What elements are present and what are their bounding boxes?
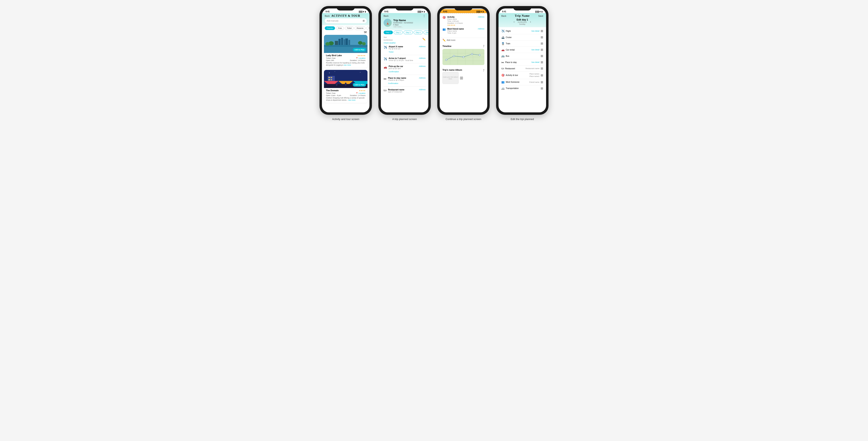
s3-album-add-btn[interactable]: ⊞ [460,75,463,80]
s2-confirm-link-2[interactable]: Confirmation [388,82,398,84]
s2-item-body-3: Pick-up the car pick-up @ 3pm Confirmati… [389,65,417,73]
s4-restaurant-right: Restaurant name ⊞ [526,67,543,70]
s4-bus-name: Bus [506,55,509,57]
chevron-right-icon[interactable]: › [530,20,531,23]
day-tab-3[interactable]: Day 3 [404,31,413,34]
s2-notes[interactable]: Add notes... [393,26,413,28]
filter-tour[interactable]: Tour [367,26,370,30]
add-to-plan-btn-2[interactable]: Add to Plan [353,83,366,87]
s2-item-title-4: Place to stay name [388,77,417,79]
s3-add-more-btn[interactable]: ✏️ Add more [440,38,487,42]
s3-act-body-1: Activity Address Place name Time: 4:00 p… [447,16,485,26]
s2-nav: Back ⋮ [383,14,426,18]
card1-see-more[interactable]: see more [344,64,351,66]
screen3-content: 🎯 Activity Address Place name Time: 4:00… [440,13,487,112]
card2-see-more[interactable]: see more [348,99,355,101]
s2-confirm-link-1[interactable]: Confirmation [389,71,399,73]
filter-ticket[interactable]: Ticket [345,26,354,30]
day-tab-1[interactable]: Day 1 [383,31,393,34]
svg-rect-22 [329,79,330,80]
s2-item-sub-4: Check-in @ 3:30pm [388,79,417,81]
s2-weather-link[interactable]: Check weather [383,42,426,44]
s2-addr-4[interactable]: Address [419,77,426,79]
stay-icon: 🛏 [501,61,504,64]
s3-act-addr-1[interactable]: Address [478,16,485,18]
s4-back-btn[interactable]: Back [501,15,506,17]
s2-day-tabs: Day 1 Day 2 Day 3 Day 4 Day 5 [381,30,428,35]
filter-reserve[interactable]: Reserve [354,26,366,30]
s1-header: Back Activity & Tour Add manualy ⊞ [322,13,370,25]
phone-2: 9:41 ▐▐▐ ⊕ ▮ Back ⋮ 🗼 Trip Name [378,6,431,115]
s2-item-sub-2: Arrive @ 12:30 pm - local time [389,59,417,61]
s3-act-item-2: 👥 Meet friend name Address Place name Ti… [442,28,485,34]
s2-addr-3[interactable]: Address [419,65,426,67]
s1-back-btn[interactable]: Back [325,15,330,17]
phone1-label: Activity and tour screen [332,117,359,121]
s4-transport-right: ⊞ [540,87,543,90]
s4-stay-add[interactable]: ⊞ [540,60,543,64]
s4-meet-add[interactable]: ⊞ [540,80,543,84]
chevron-left-icon[interactable]: ‹ [514,20,515,23]
map-icon[interactable]: 🗺 [322,31,370,35]
notch-3 [454,6,472,10]
activity-icon-1: 🎯 [442,16,446,19]
s4-flight-add[interactable]: ⊞ [540,29,543,33]
phone3-label: Continue a trip planned screen [445,117,481,121]
s2-header: Back ⋮ 🗼 Trip Name 01/05/2022 - 01/10/20… [381,13,428,30]
card2-duration: Duration: 1-4 hours [350,95,366,97]
day-tab-5[interactable]: Day 5 [424,31,428,34]
phone-container-1: 9:41 ▐▐▐ ⊕ ▮ Back Activity & Tour Add ma… [319,6,372,121]
s1-search-row[interactable]: Add manualy ⊞ [325,18,367,23]
restaurant-icon: 🍽 [501,67,504,70]
s3-act-addr-2[interactable]: Address [478,28,485,30]
share-icon-1[interactable]: ⤴ [483,44,485,48]
share-icon-2[interactable]: ⤴ [483,69,485,72]
s2-more-btn[interactable]: ⋮ [423,14,426,18]
s4-stay-detail[interactable]: See detail [531,61,539,63]
s4-car-add[interactable]: ⊞ [540,48,543,52]
s2-addr-5[interactable]: Address [419,89,426,91]
day-tab-2[interactable]: Day 2 [394,31,403,34]
plane-icon-1: ✈️ [383,46,387,49]
food-icon-1: 🍽 [383,89,386,92]
s4-item-flight: ✈️ Flight See detail ⊞ [501,28,543,34]
s2-addr-1[interactable]: Address [419,45,426,47]
s4-save-btn[interactable]: Save [538,15,543,17]
s2-addr-2[interactable]: Address [419,57,426,59]
filter-popular[interactable]: Popular [325,26,335,30]
s4-car-detail[interactable]: See detail [531,49,539,51]
svg-point-11 [362,42,366,45]
s4-bus-add[interactable]: ⊞ [540,54,543,58]
s2-edit-icon[interactable]: ✏️ [422,38,426,41]
add-more-icon: ✏️ [442,39,446,42]
time-3: 9:41 [443,10,447,13]
s4-train-name: Train [506,42,510,45]
signal-icons-3: ▐▐▐ ⊕ ▮ [476,11,484,13]
s4-flight-detail[interactable]: See detail [531,30,539,32]
svg-rect-7 [335,41,338,45]
s4-cruise-add[interactable]: ⊞ [540,35,543,39]
s2-back-btn[interactable]: Back [383,15,389,17]
day-tab-4[interactable]: Day 4 [414,31,423,34]
activity-tour-icon: 🎯 [501,74,504,77]
filter-free[interactable]: Free [336,26,344,30]
card1-stars: ★★★★★ [358,55,366,57]
s4-sub-1: Place name1 [529,73,539,75]
s4-activity-add[interactable]: ⊞ [540,73,543,77]
s4-car-left: 🚗 Car rental [501,48,515,52]
s4-restaurant-add[interactable]: ⊞ [540,67,543,70]
time-4: 9:41 [502,10,506,13]
card1-location[interactable]: 📍 Location [356,57,366,59]
card1-open: Open 24h. [326,59,334,61]
s4-train-add[interactable]: ⊞ [540,42,543,45]
s2-ticket-link-1[interactable]: Ticket [389,51,394,53]
s3-act-item-1: 🎯 Activity Address Place name Time: 4:00… [442,16,485,26]
time-1: 9:41 [326,10,330,13]
s3-act-place-2: Place name [447,30,485,32]
s4-item-bus: 🚌 Bus ⊞ [501,53,543,59]
s3-album-placeholder[interactable]: make your first album Here. [442,72,459,84]
s4-transport-add[interactable]: ⊞ [540,87,543,90]
s4-item-place-stay: 🛏 Place to stay See detail ⊞ [501,59,543,65]
card2-location[interactable]: 📍 Location [356,92,366,94]
add-to-plan-btn-1[interactable]: Add to Plan [353,48,366,52]
